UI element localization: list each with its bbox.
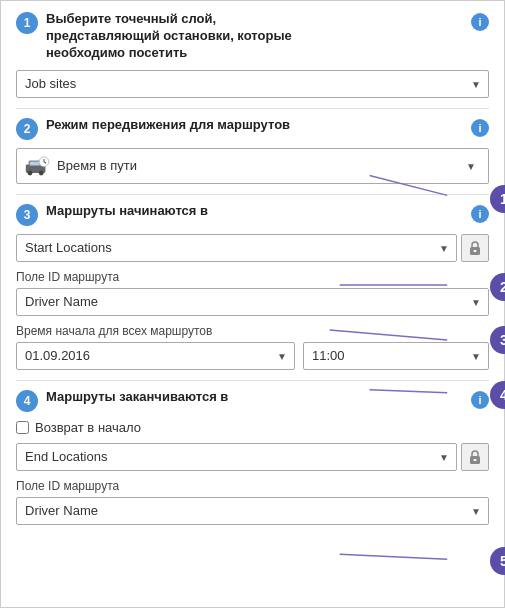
svg-rect-16 xyxy=(474,459,477,461)
route-id-dropdown-wrap-s3: Driver Name ▼ xyxy=(16,288,489,316)
end-location-lock-button[interactable] xyxy=(461,443,489,471)
section-2-title: Режим передвижения для маршрутов xyxy=(46,117,463,134)
section-1-title: Выберите точечный слой, представляющий о… xyxy=(46,11,463,62)
main-container: 1 2 3 4 5 1 Выберите точечный слой, пред… xyxy=(0,0,505,608)
section-1-number: 1 xyxy=(16,12,38,34)
end-location-row: End Locations ▼ xyxy=(16,443,489,471)
section-2-number: 2 xyxy=(16,118,38,140)
return-checkbox[interactable] xyxy=(16,421,29,434)
date-select[interactable]: 01.09.2016 xyxy=(16,342,295,370)
annotation-4: 4 xyxy=(490,381,505,409)
start-location-select[interactable]: Start Locations xyxy=(16,234,457,262)
start-location-lock-button[interactable] xyxy=(461,234,489,262)
lock-icon xyxy=(468,240,482,256)
annotation-1: 1 xyxy=(490,185,505,213)
divider-3 xyxy=(16,380,489,381)
route-id-select-s4[interactable]: Driver Name xyxy=(16,497,489,525)
job-sites-select[interactable]: Job sites xyxy=(16,70,489,98)
section-1-dropdown-wrap: Job sites ▼ xyxy=(16,70,489,98)
section-4: 4 Маршруты заканчиваются в i Возврат в н… xyxy=(16,389,489,525)
end-lock-icon xyxy=(468,449,482,465)
section-2: 2 Режим передвижения для маршрутов i xyxy=(16,117,489,184)
route-id-label-s4: Поле ID маршрута xyxy=(16,479,489,493)
divider-1 xyxy=(16,108,489,109)
divider-2 xyxy=(16,194,489,195)
svg-point-7 xyxy=(28,170,33,175)
svg-line-4 xyxy=(340,554,448,559)
section-1: 1 Выберите точечный слой, представляющий… xyxy=(16,11,489,98)
route-id-select-s3[interactable]: Driver Name xyxy=(16,288,489,316)
datetime-row: 01.09.2016 ▼ 11:00 ▼ xyxy=(16,342,489,370)
annotation-5: 5 xyxy=(490,547,505,575)
annotation-2: 2 xyxy=(490,273,505,301)
section-2-info-icon[interactable]: i xyxy=(471,119,489,137)
svg-rect-9 xyxy=(30,161,40,165)
return-label: Возврат в начало xyxy=(35,420,141,435)
travel-mode-row: Время в пути ▼ xyxy=(16,148,489,184)
section-3-number: 3 xyxy=(16,204,38,226)
end-location-select[interactable]: End Locations xyxy=(16,443,457,471)
svg-rect-14 xyxy=(474,250,477,252)
travel-mode-select[interactable]: Время в пути xyxy=(53,152,484,180)
section-3-header: 3 Маршруты начинаются в i xyxy=(16,203,489,226)
section-3-info-icon[interactable]: i xyxy=(471,205,489,223)
route-id-dropdown-wrap-s4: Driver Name ▼ xyxy=(16,497,489,525)
time-select-wrap: 11:00 ▼ xyxy=(303,342,489,370)
end-location-select-wrap: End Locations ▼ xyxy=(16,443,457,471)
svg-point-8 xyxy=(39,170,44,175)
section-3-title: Маршруты начинаются в xyxy=(46,203,463,220)
section-2-header: 2 Режим передвижения для маршрутов i xyxy=(16,117,489,140)
section-1-info-icon[interactable]: i xyxy=(471,13,489,31)
section-4-title: Маршруты заканчиваются в xyxy=(46,389,463,406)
annotation-3: 3 xyxy=(490,326,505,354)
time-select[interactable]: 11:00 xyxy=(303,342,489,370)
date-select-wrap: 01.09.2016 ▼ xyxy=(16,342,295,370)
section-3: 3 Маршруты начинаются в i Start Location… xyxy=(16,203,489,370)
section-4-header: 4 Маршруты заканчиваются в i xyxy=(16,389,489,412)
car-icon xyxy=(21,152,53,180)
return-checkbox-row: Возврат в начало xyxy=(16,420,489,435)
section-4-info-icon[interactable]: i xyxy=(471,391,489,409)
section-1-header: 1 Выберите точечный слой, представляющий… xyxy=(16,11,489,62)
route-id-label-s3: Поле ID маршрута xyxy=(16,270,489,284)
start-time-label: Время начала для всех маршрутов xyxy=(16,324,489,338)
travel-mode-select-wrap: Время в пути ▼ xyxy=(53,152,484,180)
start-location-select-wrap: Start Locations ▼ xyxy=(16,234,457,262)
start-location-row: Start Locations ▼ xyxy=(16,234,489,262)
section-4-number: 4 xyxy=(16,390,38,412)
